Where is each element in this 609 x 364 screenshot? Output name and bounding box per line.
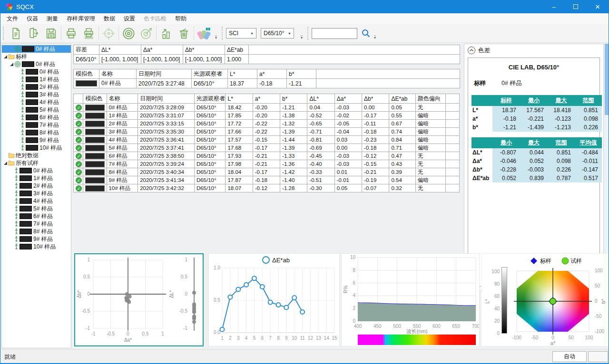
- delta-e-trend-chart[interactable]: ΔE*ab0.00.51.0123456789101112131415: [208, 253, 340, 346]
- tree-item[interactable]: 10# 样品: [2, 144, 71, 152]
- column-header[interactable]: 光源观察者: [192, 69, 228, 79]
- column-header[interactable]: 平均值: [575, 137, 602, 148]
- lab-gamut-chart[interactable]: 标样试样020406080100L*100500-50-100-100-5005…: [481, 253, 609, 346]
- menu-item[interactable]: 设置: [119, 13, 139, 24]
- auto-button[interactable]: 自动: [552, 351, 587, 362]
- toolbar-grip[interactable]: [222, 27, 225, 40]
- tree-item[interactable]: 所有试样: [2, 159, 71, 167]
- menu-item[interactable]: 文件: [2, 13, 22, 24]
- maximize-button[interactable]: [565, 0, 587, 13]
- sample-row[interactable]: ✓2# 样品2020/7/25 3:33:15D65/10°17.72-0.22…: [74, 120, 460, 128]
- tree-expander[interactable]: [3, 161, 8, 165]
- tree-item[interactable]: 3# 样品: [2, 91, 71, 98]
- measure-sample-button[interactable]: [138, 25, 155, 42]
- column-header[interactable]: 模拟色: [83, 94, 107, 104]
- calibration-button[interactable]: [100, 25, 118, 42]
- sample-row[interactable]: ✓10# 样品2020/7/25 3:42:32D65/10°18.07-0.1…: [74, 184, 460, 192]
- column-header[interactable]: b*: [280, 94, 307, 104]
- toolbar-overflow-icon[interactable]: ▾: [298, 26, 305, 40]
- standard-row[interactable]: 0# 样品2020/7/25 3:27:48D65/10°18.37-0.18-…: [74, 79, 460, 88]
- tree-item[interactable]: 标样: [2, 53, 71, 60]
- tree-item[interactable]: 0# 样品: [2, 60, 71, 68]
- column-header[interactable]: L*: [226, 94, 253, 104]
- tree-item[interactable]: 9# 样品: [2, 136, 71, 144]
- column-header[interactable]: L*: [228, 69, 257, 79]
- tolerance-row[interactable]: D65/10°[-1.000, 1.000][-1.000, 1.000][-1…: [74, 55, 460, 64]
- minimize-button[interactable]: –: [543, 0, 565, 13]
- trend-chart-button[interactable]: [157, 25, 175, 42]
- column-header[interactable]: [249, 45, 460, 55]
- column-header[interactable]: 最小: [520, 95, 548, 106]
- tree-item[interactable]: 6# 样品: [2, 114, 71, 121]
- column-header[interactable]: Δa*: [141, 45, 183, 55]
- sample-table[interactable]: 模拟色名称日期时间光源观察者L*a*b*ΔL*Δa*Δb*ΔE*ab颜色偏向✓0…: [73, 94, 460, 192]
- column-header[interactable]: Δb*: [362, 94, 389, 104]
- menu-item[interactable]: 数据: [99, 13, 119, 24]
- sample-row[interactable]: ✓7# 样品2020/7/25 3:39:24D65/10°17.98-0.21…: [74, 160, 460, 168]
- column-header[interactable]: b*: [287, 69, 316, 79]
- tree-item[interactable]: 7# 样品: [2, 121, 71, 129]
- column-header[interactable]: [471, 137, 492, 148]
- column-header[interactable]: 模拟色: [74, 69, 99, 79]
- sample-row[interactable]: ✓5# 样品2020/7/25 3:37:41D65/10°17.68-0.17…: [74, 144, 460, 152]
- toolbar-grip[interactable]: [307, 27, 310, 40]
- reflectance-chart[interactable]: 0246810400450500550600650700波长(nm)R%: [341, 253, 480, 346]
- export-word-button[interactable]: Word: [80, 25, 98, 42]
- save-button[interactable]: [42, 25, 60, 42]
- search-input[interactable]: [312, 28, 357, 39]
- new-document-button[interactable]: [7, 25, 25, 42]
- tree-item[interactable]: 0# 样品: [2, 68, 71, 76]
- column-header[interactable]: 范围: [575, 95, 602, 106]
- sample-row[interactable]: ✓4# 样品2020/7/25 3:36:41D65/10°17.57-0.15…: [74, 136, 460, 144]
- sample-row[interactable]: ✓1# 样品2020/7/25 3:31:07D65/10°17.85-0.20…: [74, 112, 460, 120]
- tree-item[interactable]: 0# 样品: [2, 45, 71, 53]
- sample-row[interactable]: ✓0# 样品2020/7/25 3:28:09D65/10°18.42-0.20…: [74, 104, 460, 112]
- tree-item[interactable]: 0# 样品: [2, 167, 71, 174]
- color-match-button[interactable]: [195, 25, 213, 42]
- tree-item[interactable]: 7# 样品: [2, 220, 71, 228]
- column-header[interactable]: a*: [257, 69, 287, 79]
- tree-item[interactable]: 绝对数据: [2, 152, 71, 159]
- column-header[interactable]: ΔE*ab: [225, 45, 249, 55]
- column-header[interactable]: Δb*: [183, 45, 225, 55]
- measure-standard-button[interactable]: [120, 25, 138, 42]
- tree-item[interactable]: 8# 样品: [2, 228, 71, 235]
- column-header[interactable]: [446, 94, 460, 104]
- column-header[interactable]: 光源观察者: [194, 94, 226, 104]
- toolbar-overflow-icon[interactable]: ▾: [372, 26, 378, 40]
- menu-item[interactable]: 色卡匹检: [139, 13, 171, 24]
- column-header[interactable]: 容差: [74, 45, 99, 55]
- column-header[interactable]: ΔE*ab: [389, 94, 415, 104]
- column-header[interactable]: 名称: [107, 94, 138, 104]
- column-header[interactable]: 标样: [492, 95, 520, 106]
- column-header[interactable]: ΔL*: [99, 45, 141, 55]
- sample-row[interactable]: ✓3# 样品2020/7/25 3:35:30D65/10°17.66-0.22…: [74, 128, 460, 136]
- column-header[interactable]: ΔL*: [307, 94, 334, 104]
- mode-select[interactable]: SCI ▼: [226, 28, 256, 38]
- column-header[interactable]: 范围: [548, 137, 575, 148]
- close-button[interactable]: ✕: [587, 0, 609, 13]
- tree-item[interactable]: 8# 样品: [2, 129, 71, 136]
- menu-item[interactable]: 仪器: [22, 13, 42, 24]
- sample-row[interactable]: ✓8# 样品2020/7/25 3:40:34D65/10°18.04-0.17…: [74, 168, 460, 176]
- menu-item[interactable]: 帮助: [171, 13, 191, 24]
- toolbar-grip[interactable]: [3, 27, 6, 40]
- tree-item[interactable]: 2# 样品: [2, 182, 71, 190]
- tolerance-table[interactable]: 容差ΔL*Δa*Δb*ΔE*abD65/10°[-1.000, 1.000][-…: [73, 45, 460, 64]
- column-header[interactable]: [316, 69, 460, 79]
- status-blank-button[interactable]: [588, 351, 608, 362]
- collapse-panel-icon[interactable]: [467, 46, 476, 55]
- column-header[interactable]: 日期时间: [137, 69, 192, 79]
- column-header[interactable]: 最大: [520, 137, 548, 148]
- column-header[interactable]: 颜色偏向: [415, 94, 445, 104]
- tree-expander[interactable]: [3, 55, 8, 59]
- tree-item[interactable]: 1# 样品: [2, 174, 71, 182]
- tree-item[interactable]: 2# 样品: [2, 83, 71, 91]
- column-header[interactable]: a*: [253, 94, 280, 104]
- sample-row[interactable]: ✓6# 样品2020/7/25 3:38:50D65/10°17.93-0.21…: [74, 152, 460, 160]
- delete-button[interactable]: [175, 25, 193, 42]
- tree-item[interactable]: 4# 样品: [2, 98, 71, 106]
- tree-item[interactable]: 5# 样品: [2, 205, 71, 212]
- import-button[interactable]: [25, 25, 42, 42]
- print-button[interactable]: [62, 25, 80, 42]
